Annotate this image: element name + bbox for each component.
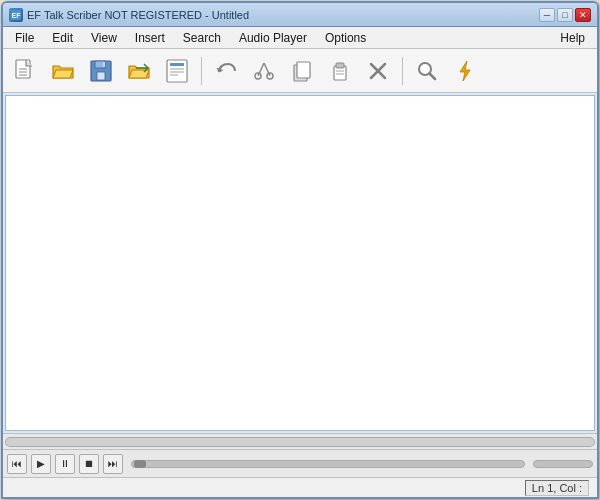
main-window: EF EF Talk Scriber NOT REGISTERED - Unti…: [1, 1, 599, 499]
audio-stop-button[interactable]: ⏹: [79, 454, 99, 474]
paste-button[interactable]: [322, 53, 358, 89]
menu-insert[interactable]: Insert: [127, 29, 173, 47]
menu-options[interactable]: Options: [317, 29, 374, 47]
audio-pause-button[interactable]: ⏸: [55, 454, 75, 474]
maximize-button[interactable]: □: [557, 8, 573, 22]
text-editor[interactable]: [5, 95, 595, 431]
audio-progress-thumb[interactable]: [134, 460, 146, 468]
undo-button[interactable]: [208, 53, 244, 89]
svg-line-29: [430, 73, 436, 79]
menu-bar: File Edit View Insert Search Audio Playe…: [3, 27, 597, 49]
h-scroll-track[interactable]: [5, 437, 595, 447]
menu-edit[interactable]: Edit: [44, 29, 81, 47]
close-button[interactable]: ✕: [575, 8, 591, 22]
audio-end-button[interactable]: ⏭: [103, 454, 123, 474]
menu-file[interactable]: File: [7, 29, 42, 47]
new-button[interactable]: [7, 53, 43, 89]
svg-rect-8: [97, 72, 105, 80]
audio-play-button[interactable]: ▶: [31, 454, 51, 474]
open-button[interactable]: [45, 53, 81, 89]
svg-rect-12: [170, 63, 184, 66]
menu-view[interactable]: View: [83, 29, 125, 47]
lightning-button[interactable]: [447, 53, 483, 89]
toolbar-sep-1: [201, 57, 202, 85]
audio-progress-bar[interactable]: [131, 460, 525, 468]
delete-button[interactable]: [360, 53, 396, 89]
cursor-position: Ln 1, Col :: [525, 480, 589, 496]
svg-text:EF: EF: [12, 12, 22, 19]
minimize-button[interactable]: ─: [539, 8, 555, 22]
save-button[interactable]: [83, 53, 119, 89]
audio-beginning-button[interactable]: ⏮: [7, 454, 27, 474]
menu-search[interactable]: Search: [175, 29, 229, 47]
menu-help[interactable]: Help: [552, 29, 593, 47]
status-bar: Ln 1, Col :: [3, 477, 597, 497]
toolbar: [3, 49, 597, 93]
svg-rect-9: [103, 62, 105, 67]
svg-marker-30: [460, 61, 470, 81]
window-controls: ─ □ ✕: [539, 8, 591, 22]
window-title: EF Talk Scriber NOT REGISTERED - Untitle…: [27, 9, 249, 21]
svg-rect-21: [297, 62, 310, 78]
svg-rect-23: [336, 63, 344, 68]
title-bar-left: EF EF Talk Scriber NOT REGISTERED - Unti…: [9, 8, 249, 22]
cut-button[interactable]: [246, 53, 282, 89]
find-button[interactable]: [409, 53, 445, 89]
editor-container: [3, 93, 597, 433]
app-icon: EF: [9, 8, 23, 22]
open-recent-button[interactable]: [121, 53, 157, 89]
copy-button[interactable]: [284, 53, 320, 89]
menu-audio-player[interactable]: Audio Player: [231, 29, 315, 47]
audio-volume-slider[interactable]: [533, 460, 593, 468]
audio-player-bar: ⏮ ▶ ⏸ ⏹ ⏭: [3, 449, 597, 477]
toolbar-sep-2: [402, 57, 403, 85]
title-bar: EF EF Talk Scriber NOT REGISTERED - Unti…: [3, 3, 597, 27]
properties-button[interactable]: [159, 53, 195, 89]
horizontal-scrollbar[interactable]: [3, 433, 597, 449]
